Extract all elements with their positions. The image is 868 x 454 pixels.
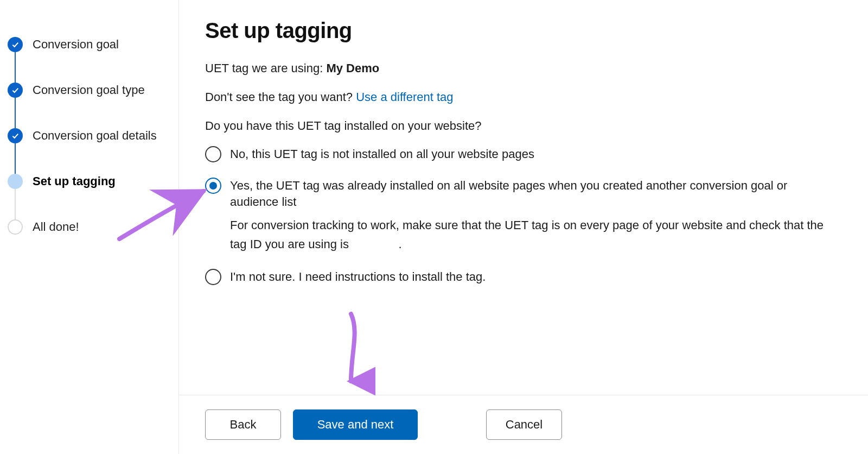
cancel-button[interactable]: Cancel — [486, 409, 562, 440]
step-conversion-goal[interactable]: Conversion goal — [8, 22, 173, 67]
radio-icon[interactable] — [205, 146, 221, 162]
footer-actions: Back Save and next Cancel — [179, 395, 868, 454]
option-yes-subtext: For conversion tracking to work, make su… — [230, 216, 827, 254]
radio-icon[interactable] — [205, 178, 221, 194]
step-label: All done! — [33, 220, 79, 234]
option-no[interactable]: No, this UET tag is not installed on all… — [205, 146, 868, 162]
option-not-sure-label: I'm not sure. I need instructions to ins… — [230, 269, 486, 285]
wizard-stepper: Conversion goal Conversion goal type Con… — [0, 0, 179, 454]
use-different-tag-link[interactable]: Use a different tag — [356, 90, 453, 104]
step-label: Conversion goal type — [33, 83, 145, 97]
option-yes[interactable]: Yes, the UET tag was already installed o… — [205, 178, 868, 254]
step-conversion-goal-details[interactable]: Conversion goal details — [8, 113, 173, 159]
step-all-done: All done! — [8, 204, 173, 250]
option-yes-label: Yes, the UET tag was already installed o… — [230, 179, 787, 209]
option-no-label: No, this UET tag is not installed on all… — [230, 146, 534, 162]
different-tag-prefix: Don't see the tag you want? — [205, 90, 356, 104]
radio-icon[interactable] — [205, 269, 221, 285]
check-icon — [8, 37, 23, 52]
pending-step-icon — [8, 219, 23, 235]
check-icon — [8, 83, 23, 98]
back-button[interactable]: Back — [205, 409, 281, 440]
different-tag-line: Don't see the tag you want? Use a differ… — [205, 89, 868, 106]
step-label: Conversion goal — [33, 37, 119, 52]
step-label: Set up tagging — [33, 174, 116, 188]
option-not-sure[interactable]: I'm not sure. I need instructions to ins… — [205, 269, 868, 285]
step-conversion-goal-type[interactable]: Conversion goal type — [8, 67, 173, 113]
main-content: Set up tagging UET tag we are using: My … — [179, 0, 868, 395]
step-set-up-tagging[interactable]: Set up tagging — [8, 159, 173, 204]
current-step-icon — [8, 174, 23, 189]
page-title: Set up tagging — [205, 18, 868, 43]
install-question: Do you have this UET tag installed on yo… — [205, 118, 868, 135]
uet-tag-name: My Demo — [326, 61, 379, 75]
uet-tag-line: UET tag we are using: My Demo — [205, 60, 868, 77]
save-and-next-button[interactable]: Save and next — [293, 409, 418, 440]
step-label: Conversion goal details — [33, 129, 157, 143]
uet-tag-prefix: UET tag we are using: — [205, 61, 326, 75]
check-icon — [8, 128, 23, 143]
